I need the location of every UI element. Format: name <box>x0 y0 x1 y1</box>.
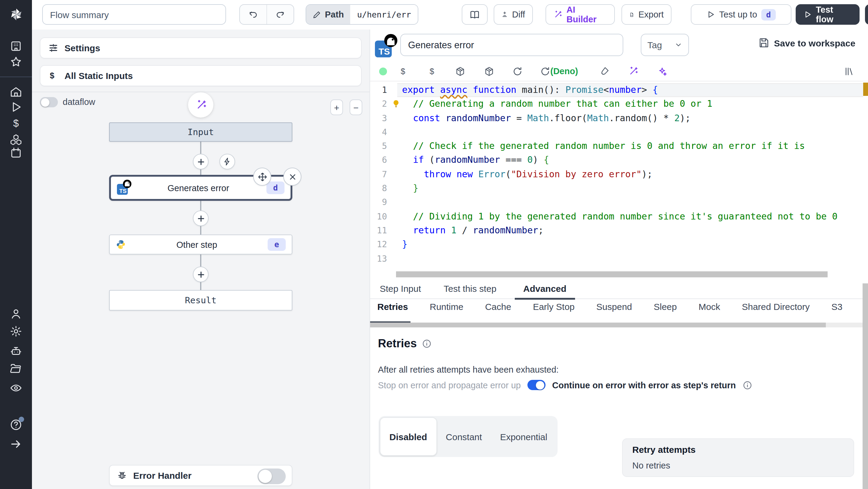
overflow-button-sliver[interactable] <box>865 4 868 25</box>
save-to-workspace-label: Save to workspace <box>774 38 855 48</box>
subtab-early-stop[interactable]: Early Stop <box>533 302 575 319</box>
subtab-sleep[interactable]: Sleep <box>654 302 677 319</box>
user-icon[interactable] <box>10 307 22 320</box>
save-to-workspace-button[interactable]: Save to workspace <box>758 37 855 48</box>
zoom-in-button[interactable]: + <box>330 99 343 115</box>
tab-step-input[interactable]: Step Input <box>380 283 421 299</box>
workspace-icon[interactable] <box>10 40 22 53</box>
workers-robot-icon[interactable] <box>10 345 22 358</box>
subtab-retries[interactable]: Retries <box>377 302 408 319</box>
format-brush-icon[interactable] <box>599 66 610 77</box>
favorites-star-icon[interactable] <box>10 56 22 68</box>
add-step-button[interactable] <box>193 154 209 170</box>
all-static-inputs-row[interactable]: $ All Static Inputs <box>40 65 362 86</box>
ai-builder-label: AI Builder <box>566 5 607 24</box>
runtime-label[interactable]: (Deno) <box>550 66 578 76</box>
windmill-logo-icon[interactable] <box>8 7 24 22</box>
path-edit-segment[interactable]: Path <box>306 5 350 24</box>
settings-gear-icon[interactable] <box>10 325 22 338</box>
tab-advanced[interactable]: Advanced <box>523 283 566 299</box>
package-icon[interactable] <box>455 66 465 77</box>
export-button[interactable]: Export <box>621 4 672 25</box>
path-value[interactable]: u/henri/err <box>350 5 418 24</box>
redo-button[interactable] <box>267 5 293 24</box>
tab-test-this-step[interactable]: Test this step <box>444 283 496 299</box>
flow-node-input[interactable]: Input <box>109 122 292 142</box>
reload-icon[interactable] <box>513 66 523 77</box>
subtab-cache[interactable]: Cache <box>485 302 511 319</box>
add-step-button[interactable] <box>193 267 209 282</box>
runs-icon[interactable] <box>10 101 22 113</box>
sidebar-divider <box>0 77 32 77</box>
add-trigger-button[interactable] <box>219 154 235 170</box>
subtab-mock[interactable]: Mock <box>699 302 720 319</box>
subtab-suspend[interactable]: Suspend <box>596 302 632 319</box>
retry-mode-disabled[interactable]: Disabled <box>380 417 437 456</box>
library-icon[interactable] <box>844 66 854 77</box>
move-step-button[interactable] <box>253 167 271 186</box>
error-handler-row[interactable]: Error Handler <box>109 465 292 486</box>
editor-horizontal-scrollbar[interactable] <box>396 271 828 277</box>
info-icon[interactable] <box>743 380 752 390</box>
error-handler-toggle[interactable] <box>257 468 286 484</box>
panel-vertical-scrollbar[interactable] <box>863 283 868 489</box>
ai-builder-button[interactable]: AI Builder <box>546 4 615 25</box>
magic-wand-icon[interactable] <box>628 66 638 77</box>
subtabs-scrollbar-thumb[interactable] <box>370 323 826 328</box>
package-icon[interactable] <box>484 66 494 77</box>
ai-sparkles-icon[interactable] <box>657 66 667 77</box>
test-up-to-button[interactable]: Test up to d <box>691 4 792 25</box>
retry-mode-exponential[interactable]: Exponential <box>491 417 556 456</box>
sliders-icon <box>48 43 59 53</box>
subtab-s3[interactable]: S3 <box>832 302 843 319</box>
magic-wand-icon <box>553 10 562 19</box>
add-step-button[interactable] <box>193 210 209 226</box>
dataflow-toggle[interactable] <box>40 97 58 107</box>
play-icon <box>707 10 715 19</box>
delete-step-button[interactable] <box>283 167 301 186</box>
subtabs-scrollbar-track[interactable] <box>370 323 863 328</box>
lightning-bolt-icon <box>223 157 231 166</box>
flow-graph-panel: Settings $ All Static Inputs dataflow + … <box>32 30 370 489</box>
code-line: // Generating a random number that can e… <box>402 97 863 112</box>
resource-picker-icon[interactable]: $ <box>427 66 437 77</box>
schedules-icon[interactable] <box>10 147 22 159</box>
home-icon[interactable] <box>10 86 22 98</box>
zoom-out-button[interactable]: − <box>350 99 362 115</box>
flow-settings-row[interactable]: Settings <box>40 37 362 59</box>
ai-flow-wand-button[interactable] <box>188 92 213 118</box>
path-chip[interactable]: Path u/henri/err <box>306 4 418 25</box>
docs-button[interactable] <box>462 4 488 25</box>
flow-summary-input[interactable] <box>42 4 226 25</box>
editor-code: export async function main(): Promise<nu… <box>402 83 863 266</box>
code-line: } <box>402 182 863 196</box>
tag-select[interactable]: Tag <box>641 34 689 56</box>
help-icon[interactable] <box>10 419 22 431</box>
diff-button[interactable]: Diff <box>494 4 533 25</box>
chevron-down-icon <box>675 41 682 49</box>
collapse-arrow-icon[interactable] <box>10 438 22 450</box>
flow-node-other-step[interactable]: Other step e <box>109 235 292 254</box>
subtab-runtime[interactable]: Runtime <box>430 302 464 319</box>
info-icon[interactable] <box>422 339 432 348</box>
undo-button[interactable] <box>240 5 267 24</box>
book-icon <box>470 9 480 20</box>
folders-icon[interactable] <box>10 362 22 375</box>
export-label: Export <box>638 10 664 19</box>
audit-eye-icon[interactable] <box>10 382 22 394</box>
test-flow-button[interactable]: Test flow <box>796 4 860 25</box>
lightbulb-icon[interactable] <box>392 99 400 108</box>
code-editor[interactable]: 12345678910111213 export async function … <box>370 82 868 277</box>
step-name-input[interactable] <box>400 34 623 56</box>
line-number: 4 <box>370 125 397 140</box>
variables-icon[interactable]: $ <box>10 117 22 130</box>
reload-runtime-icon[interactable] <box>540 66 550 77</box>
continue-on-error-label: Continue on error with error as step's r… <box>552 380 736 390</box>
svg-text:$: $ <box>13 118 19 129</box>
continue-on-error-toggle[interactable] <box>527 380 546 390</box>
resources-icon[interactable] <box>10 133 22 146</box>
retry-mode-constant[interactable]: Constant <box>437 417 491 456</box>
variable-picker-icon[interactable]: $ <box>398 66 408 77</box>
flow-node-result[interactable]: Result <box>109 290 292 310</box>
subtab-shared-directory[interactable]: Shared Directory <box>742 302 809 319</box>
